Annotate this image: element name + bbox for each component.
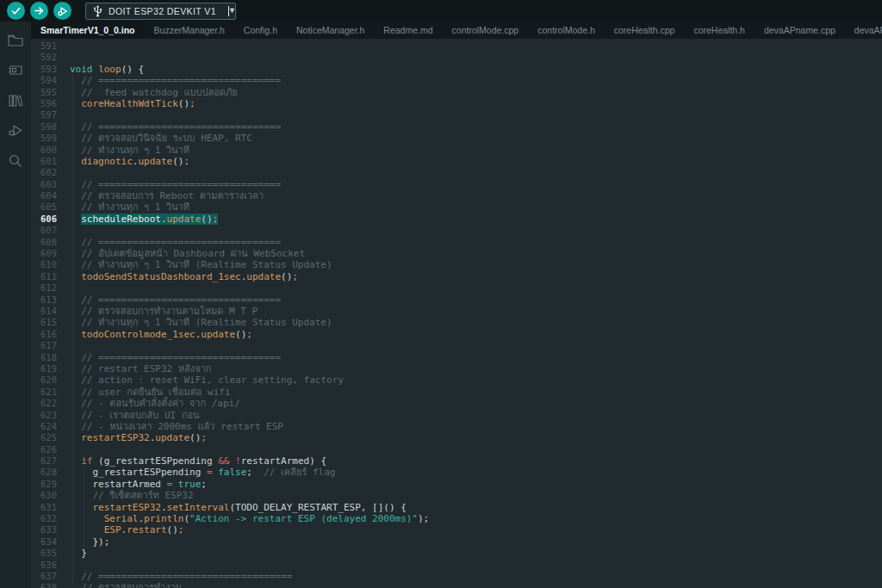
tab-SmarTimerV1_0_0.ino[interactable]: SmarTimerV1_0_0.ino [31, 22, 145, 39]
code-line[interactable]: 627 if (g_restartESPpending && !restartA… [31, 455, 882, 467]
code-line[interactable]: 632 Serial.println("Action -> restart ES… [31, 513, 882, 524]
code-line[interactable]: 628 g_restartESPpending = false; // เคลี… [31, 467, 882, 478]
code-line[interactable]: 611 todoSendStatusDashboard_1sec.update(… [31, 271, 882, 282]
code-line[interactable]: 603 // ================================ [31, 179, 882, 190]
code-line[interactable]: 610 // ทำงานทุก ๆ 1 วินาที (Realtime Sta… [31, 259, 882, 270]
line-number[interactable]: 600 [31, 145, 57, 156]
line-number[interactable]: 635 [31, 548, 57, 559]
line-number[interactable]: 607 [31, 225, 57, 236]
line-number[interactable]: 628 [31, 467, 57, 478]
line-number[interactable]: 612 [31, 282, 57, 294]
line-number[interactable]: 614 [31, 306, 57, 317]
tab-coreHealth.h[interactable]: coreHealth.h [684, 22, 755, 39]
line-number[interactable]: 610 [31, 259, 57, 270]
code-line[interactable]: 599 // ตรวจสอบวินิจฉัย ระบบ HEAP, RTC [31, 133, 882, 144]
line-number[interactable]: 599 [31, 133, 57, 144]
line-number[interactable]: 604 [31, 190, 57, 201]
line-number[interactable]: 603 [31, 179, 57, 190]
line-number[interactable]: 608 [31, 237, 57, 248]
code-line[interactable]: 596 coreHealthWdtTick(); [31, 98, 882, 109]
code-line[interactable]: 601 diagnotic.update(); [31, 156, 882, 167]
board-selector[interactable]: DOIT ESP32 DEVKIT V1 ▼ [85, 3, 236, 20]
tab-devaAPname.cpp[interactable]: devaAPname.cpp [755, 22, 845, 39]
line-number[interactable]: 601 [31, 156, 57, 167]
verify-button[interactable] [7, 2, 25, 20]
line-number[interactable]: 636 [31, 560, 57, 571]
line-number[interactable]: 617 [31, 340, 57, 351]
upload-button[interactable] [30, 2, 48, 20]
tab-controlMode.cpp[interactable]: controlMode.cpp [443, 22, 529, 39]
line-number[interactable]: 631 [31, 502, 57, 513]
tab-NoticeManager.h[interactable]: NoticeManager.h [287, 22, 374, 39]
tab-Readme.md[interactable]: Readme.md [374, 22, 442, 39]
code-line[interactable]: 600 // ทำงานทุก ๆ 1 วินาที [31, 145, 882, 156]
code-line[interactable]: 591 [31, 40, 882, 52]
line-number[interactable]: 619 [31, 363, 57, 374]
code-line[interactable]: 633 ESP.restart(); [31, 524, 882, 535]
line-number[interactable]: 624 [31, 421, 57, 432]
code-line[interactable]: 607 [31, 225, 882, 236]
line-number[interactable]: 615 [31, 317, 57, 328]
line-number[interactable]: 618 [31, 352, 57, 363]
code-line[interactable]: 635 } [31, 548, 882, 559]
line-number[interactable]: 609 [31, 248, 57, 259]
line-number[interactable]: 616 [31, 329, 57, 340]
code-line[interactable]: 605 // ทำงานทุก ๆ 1 วินาที [31, 201, 882, 213]
line-number[interactable]: 596 [31, 98, 57, 109]
code-line[interactable]: 617 [31, 340, 882, 351]
line-number[interactable]: 598 [31, 121, 57, 133]
line-number[interactable]: 606 [31, 214, 57, 225]
line-number[interactable]: 633 [31, 524, 57, 535]
tab-coreHealth.cpp[interactable]: coreHealth.cpp [605, 22, 685, 39]
line-number[interactable]: 591 [31, 40, 57, 52]
code-line[interactable]: 621 // user กดยืนยัน เชื่อมต่อ wifi [31, 387, 882, 398]
line-number[interactable]: 621 [31, 387, 57, 398]
line-number[interactable]: 594 [31, 75, 57, 86]
code-line[interactable]: 625 restartESP32.update(); [31, 432, 882, 443]
code-line[interactable]: 637 // =================================… [31, 571, 882, 582]
tab-Config.h[interactable]: Config.h [234, 22, 287, 39]
code-line[interactable]: 614 // ตรวจสอบการทำงานตามโหมด M T P [31, 306, 882, 317]
code-line[interactable]: 616 todoControlmode_1sec.update(); [31, 329, 882, 340]
line-number[interactable]: 613 [31, 294, 57, 306]
line-number[interactable]: 605 [31, 201, 57, 213]
code-line[interactable]: 623 // - เราตอบกลับ UI ก่อน [31, 410, 882, 421]
code-line[interactable]: 609 // อัปเดตข้อมูลหน้า Dashboard ผ่าน W… [31, 248, 882, 259]
code-line[interactable]: 638 // ตรวจสอบการทำงาน [31, 582, 882, 588]
line-number[interactable]: 592 [31, 52, 57, 63]
sidebar-item-debug[interactable] [0, 117, 31, 147]
code-line[interactable]: 615 // ทำงานทุก ๆ 1 วินาที (Realtime Sta… [31, 317, 882, 328]
code-line[interactable]: 593void loop() { [31, 64, 882, 75]
code-line[interactable]: 598 // ================================ [31, 121, 882, 133]
code-line[interactable]: 597 [31, 109, 882, 121]
sidebar-item-library-manager[interactable] [0, 87, 31, 117]
code-line[interactable]: 626 [31, 444, 882, 455]
line-number[interactable]: 597 [31, 109, 57, 121]
code-line[interactable]: 630 // รีเซ็ตสตาร์ท ESP32 [31, 490, 882, 501]
sidebar-item-sketchbook[interactable] [0, 27, 31, 57]
line-number[interactable]: 611 [31, 271, 57, 282]
line-number[interactable]: 622 [31, 398, 57, 409]
line-number[interactable]: 623 [31, 410, 57, 421]
tab-controlMode.h[interactable]: controlMode.h [528, 22, 605, 39]
code-editor[interactable]: 591592593void loop() {594 // ===========… [31, 39, 882, 588]
line-number[interactable]: 632 [31, 513, 57, 524]
tab-devaAPname.h[interactable]: devaAPname.h [845, 22, 882, 39]
code-line[interactable]: 594 // ================================ [31, 75, 882, 86]
code-line[interactable]: 612 [31, 282, 882, 294]
sidebar-item-boards-manager[interactable] [0, 57, 31, 87]
code-line[interactable]: 608 // ================================ [31, 237, 882, 248]
line-number[interactable]: 629 [31, 479, 57, 490]
code-line[interactable]: 595 // feed watchdog แบบปลอดภัย [31, 87, 882, 98]
code-line[interactable]: 622 // - ตอนรับคำสั่งตั้งค่า จาก /api/ [31, 398, 882, 409]
code-line[interactable]: 636 [31, 560, 882, 571]
code-line[interactable]: 604 // ตรวจสอบการ Reboot ตามตารางเวลา [31, 190, 882, 201]
code-line[interactable]: 592 [31, 52, 882, 63]
code-line[interactable]: 624 // - หน่วงเวลา 2000ms แล้ว restart E… [31, 421, 882, 432]
code-line[interactable]: 631 restartESP32.setInterval(TODO_DELAY_… [31, 502, 882, 513]
code-line[interactable]: 602 [31, 167, 882, 178]
line-number[interactable]: 637 [31, 571, 57, 582]
debug-button[interactable] [53, 2, 71, 20]
sidebar-item-search[interactable] [0, 147, 31, 177]
line-number[interactable]: 634 [31, 536, 57, 548]
